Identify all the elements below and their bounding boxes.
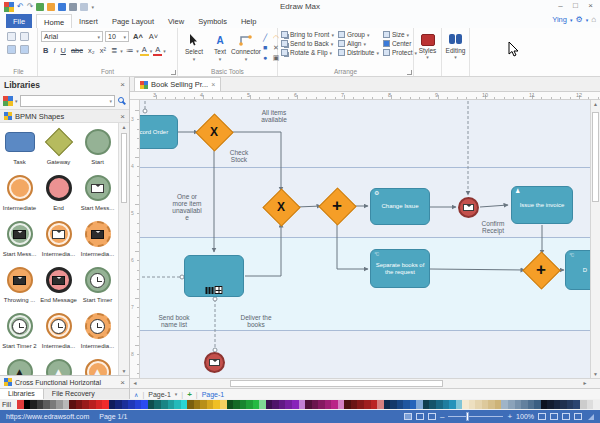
user-name[interactable]: Ying	[552, 15, 567, 24]
flow-label[interactable]: One or more item unavailabl e	[172, 193, 201, 222]
scroll-down-icon[interactable]: ▼	[591, 371, 600, 377]
sequence-flow[interactable]	[337, 222, 368, 269]
flow-label[interactable]: Deliver the books	[240, 314, 271, 328]
zoom-out-button[interactable]: –	[440, 412, 444, 421]
library-shape-gateway[interactable]: Gateway	[39, 125, 78, 171]
font-button-2[interactable]: U	[59, 46, 68, 55]
ribbon-tab-page-layout[interactable]: Page Layout	[105, 14, 161, 28]
font-size-combobox[interactable]: 10▾	[105, 31, 129, 42]
font-button-4[interactable]: x₂	[86, 46, 97, 55]
format-painter-icon[interactable]	[7, 32, 16, 41]
font-button-3[interactable]: abc	[69, 46, 85, 55]
bpmn-task-separate-books[interactable]: Separate books of the request☜	[370, 249, 430, 288]
font-button-5[interactable]: x²	[98, 46, 108, 55]
maximize-button[interactable]: □	[568, 0, 583, 12]
ellipse-tool-icon[interactable]: ●	[261, 54, 269, 62]
ribbon-group-editing[interactable]: Editing ▾	[442, 28, 470, 76]
collapse-pages-icon[interactable]: ∧	[134, 391, 138, 398]
bpmn-gateway-plus-gateway-plus-2[interactable]: +	[528, 257, 555, 284]
highlight-icon[interactable]: A	[140, 45, 149, 56]
color-palette[interactable]	[17, 400, 600, 409]
connector-tool-button[interactable]: Connector▾	[233, 30, 259, 66]
library-shape-end[interactable]: End	[39, 171, 78, 217]
zoom-slider[interactable]	[448, 416, 503, 417]
font-button-0[interactable]: B	[41, 46, 50, 55]
arrange-center-button[interactable]: Center	[383, 40, 417, 47]
ribbon-tab-insert[interactable]: Insert	[72, 14, 105, 28]
gear-icon[interactable]: ⚙	[575, 15, 582, 24]
sequence-flow[interactable]	[480, 205, 508, 207]
arrange-send-to-back-button[interactable]: Send to Back▾	[281, 40, 334, 47]
bpmn-task-record-order[interactable]: Record Order	[140, 115, 178, 149]
add-page-button[interactable]: +	[187, 390, 192, 399]
arrange-dialog-launcher-icon[interactable]	[407, 70, 412, 75]
bpmn-task-issue-invoice[interactable]: Issue the invoice♟	[511, 186, 573, 224]
font-dialog-launcher-icon[interactable]	[171, 70, 176, 75]
bpmn-message-event-send-event[interactable]	[204, 352, 225, 373]
zoom-slider-knob[interactable]	[466, 412, 469, 421]
flow-label[interactable]: Check Stock	[230, 149, 248, 163]
document-tab[interactable]: Book Selling Pr... ×	[134, 77, 221, 91]
decrease-font-button[interactable]: A˅	[147, 31, 160, 42]
arrange-protect-button[interactable]: Protect▾	[383, 49, 417, 56]
status-url[interactable]: https://www.edrawsoft.com	[6, 413, 89, 420]
search-icon[interactable]	[118, 97, 124, 103]
ribbon-tab-symbols[interactable]: Symbols	[191, 14, 234, 28]
grid-icon[interactable]	[574, 413, 582, 420]
copy-icon[interactable]	[7, 45, 16, 54]
color-swatch[interactable]	[593, 400, 600, 409]
bpmn-gateway-x-gateway-x-2[interactable]: X	[268, 194, 295, 221]
normal-view-icon[interactable]	[404, 413, 412, 420]
vertical-scrollbar[interactable]: ▲ ▼	[590, 100, 600, 378]
library-scrollbar[interactable]: ▲ ▼	[118, 123, 129, 375]
arrange-bring-to-front-button[interactable]: Bring to Front▾	[281, 31, 334, 38]
library-shape-end-message[interactable]: End Message	[39, 263, 78, 309]
libraries-close-icon[interactable]: ×	[120, 80, 125, 89]
arrange-size-button[interactable]: Size▾	[383, 31, 417, 38]
library-shape-shape-16[interactable]: ▲	[39, 355, 78, 375]
library-shape-intermedia-[interactable]: Intermedia...	[78, 217, 117, 263]
ribbon-tab-view[interactable]: View	[161, 14, 191, 28]
zoom-in-button[interactable]: +	[507, 412, 512, 421]
close-button[interactable]: ×	[583, 0, 598, 12]
arrange-align-button[interactable]: Align▾	[338, 40, 379, 47]
magnifier-icon[interactable]	[562, 413, 570, 420]
page-view-icon[interactable]	[416, 413, 424, 420]
scroll-up-icon[interactable]: ▲	[591, 101, 600, 107]
library-shape-start-timer[interactable]: Start Timer	[78, 263, 117, 309]
library-shape-shape-15[interactable]: ▲	[0, 355, 39, 375]
presentation-view-icon[interactable]	[428, 413, 436, 420]
highlight-dropdown-icon[interactable]: ▾	[150, 48, 153, 54]
paste-icon[interactable]	[20, 45, 29, 54]
flow-label[interactable]: All items available	[261, 109, 287, 123]
bpmn-gateway-plus-gateway-plus-1[interactable]: +	[324, 193, 351, 220]
bpmn-message-event-confirm-event[interactable]	[458, 197, 479, 218]
text-tool-button[interactable]: AText▾	[207, 30, 233, 66]
fit-window-icon[interactable]	[538, 413, 546, 420]
horizontal-scrollbar[interactable]: ◄ ►	[130, 378, 600, 388]
panel-tab-file-recovery[interactable]: File Recovery	[44, 389, 103, 399]
font-color-dropdown-icon[interactable]: ▾	[163, 48, 166, 54]
ribbon-group-styles[interactable]: Styles ▾	[414, 28, 442, 76]
bpmn-gateway-x-gateway-x-1[interactable]: X	[201, 119, 228, 146]
minimize-button[interactable]: –	[553, 0, 568, 12]
scroll-down-icon[interactable]: ▼	[119, 368, 129, 374]
page-tab[interactable]: Page-1	[202, 391, 225, 398]
sequence-flow[interactable]	[245, 223, 281, 276]
page-selector[interactable]: Page-1	[148, 391, 171, 398]
library-shape-throwing-[interactable]: Throwing ...	[0, 263, 39, 309]
arrange-rotate-flip-button[interactable]: Rotate & Flip▾	[281, 49, 334, 56]
scroll-left-icon[interactable]: ◄	[130, 379, 140, 388]
styles-dropdown-icon[interactable]: ▾	[417, 54, 438, 60]
line-tool-icon[interactable]: ╱	[261, 34, 269, 42]
bpmn-task-change-issue[interactable]: Change Issue⚙	[370, 188, 430, 225]
library-shape-start-mess-[interactable]: Start Mess...	[0, 217, 39, 263]
flow-label[interactable]: Confirm Receipt	[482, 220, 505, 234]
document-close-icon[interactable]: ×	[211, 81, 215, 88]
drawing-page[interactable]: Record OrderXX+Change Issue⚙Issue the in…	[140, 100, 600, 378]
line-spacing-dropdown-icon[interactable]: ▾	[120, 48, 123, 54]
sequence-flow[interactable]	[430, 269, 525, 270]
ribbon-tab-help[interactable]: Help	[234, 14, 263, 28]
list-dropdown-icon[interactable]: ▾	[136, 48, 139, 54]
library-shape-intermediate[interactable]: Intermediate	[0, 171, 39, 217]
